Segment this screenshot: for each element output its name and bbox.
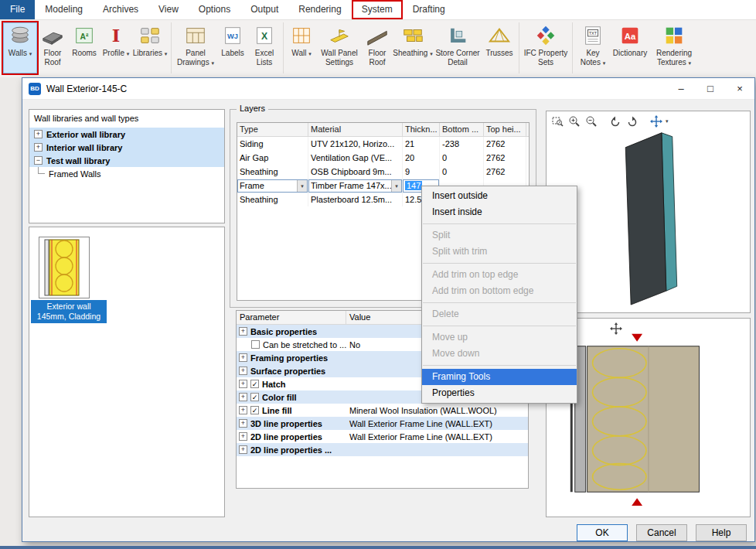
tree-item-interior-wall-library[interactable]: + Interior wall library xyxy=(29,141,224,154)
wall-type-thumbnail[interactable] xyxy=(39,237,90,298)
checkbox-checked[interactable]: ✓ xyxy=(250,380,259,388)
rotate-right-icon[interactable] xyxy=(625,114,639,128)
ribbon-floor-roof-2-button[interactable]: Floor Roof xyxy=(362,22,393,73)
ribbon-rooms-button[interactable]: A² Rooms xyxy=(68,22,100,73)
menu-item-properties[interactable]: Properties xyxy=(422,385,577,401)
minimize-button[interactable]: – xyxy=(666,78,696,99)
zoom-in-icon[interactable] xyxy=(567,114,581,128)
collapse-icon[interactable]: − xyxy=(34,156,43,165)
menu-tab-archives[interactable]: Archives xyxy=(93,0,148,19)
ribbon-wall-button[interactable]: Wall ▾ xyxy=(286,22,317,73)
combo-dropdown-button[interactable]: ▾ xyxy=(391,180,401,192)
layer-type-combobox[interactable]: Frame ▾ xyxy=(237,179,308,193)
ok-button[interactable]: OK xyxy=(577,524,628,541)
menu-item-insert-inside[interactable]: Insert inside xyxy=(422,204,577,220)
ribbon-button-label: IFC Property Sets xyxy=(522,49,570,66)
layer-row-siding[interactable]: Siding UTV 21x120, Horizo... 21 -238 276… xyxy=(237,137,529,151)
parameter-row-line-fill[interactable]: + ✓ Line fill Mineral Wool Insulation (W… xyxy=(237,404,528,417)
rooms-icon: A² xyxy=(73,24,96,47)
ribbon-wall-panel-settings-button[interactable]: Wall Panel Settings xyxy=(317,22,362,73)
expand-icon[interactable]: + xyxy=(239,419,247,428)
expand-icon[interactable]: + xyxy=(239,367,247,375)
expand-icon[interactable]: + xyxy=(34,143,43,152)
menu-tab-modeling[interactable]: Modeling xyxy=(35,0,93,19)
menu-item-insert-outside[interactable]: Insert outside xyxy=(422,188,577,204)
zoom-out-icon[interactable] xyxy=(584,114,598,128)
checkbox-checked[interactable]: ✓ xyxy=(250,393,259,401)
menu-tab-file[interactable]: File xyxy=(0,0,35,19)
cell-material: Timber Frame 147x... ▾ xyxy=(308,179,403,193)
expand-icon[interactable]: + xyxy=(239,327,247,336)
walls-icon xyxy=(9,24,32,47)
cancel-button[interactable]: Cancel xyxy=(636,524,687,541)
move-icon[interactable] xyxy=(608,321,623,336)
wall-properties-dialog: BD Wall Exterior-145-C – □ × Wall librar… xyxy=(22,77,755,542)
parameter-row-2d-line-properties[interactable]: + 2D line properties Wall Exterior Frame… xyxy=(237,430,528,443)
ribbon-profile-button[interactable]: I Profile ▾ xyxy=(100,22,131,73)
combo-dropdown-button[interactable]: ▾ xyxy=(297,180,307,192)
menu-tab-output[interactable]: Output xyxy=(240,0,288,19)
ribbon-floor-roof-button[interactable]: Floor Roof xyxy=(37,22,68,73)
expand-icon[interactable]: + xyxy=(34,130,43,138)
expand-icon[interactable]: + xyxy=(239,393,247,401)
wall-type-name-badge[interactable]: Exterior wall 145mm, Cladding xyxy=(31,300,107,323)
ribbon-labels-button[interactable]: WJ Labels xyxy=(217,22,248,73)
expand-icon[interactable]: + xyxy=(239,353,247,362)
menu-tab-drafting[interactable]: Drafting xyxy=(403,0,455,19)
svg-text:TXT: TXT xyxy=(589,31,598,36)
pan-dropdown-caret-icon[interactable]: ▾ xyxy=(666,118,669,124)
ribbon-rendering-textures-button[interactable]: Rendering Textures ▾ xyxy=(649,22,699,73)
help-button[interactable]: Help xyxy=(696,524,747,541)
ribbon-ifc-property-sets-button[interactable]: IFC Property Sets xyxy=(522,22,570,73)
ribbon-walls-button[interactable]: Walls ▾ xyxy=(3,22,37,73)
checkbox-unchecked[interactable] xyxy=(251,340,260,349)
menu-separator xyxy=(423,223,576,224)
expand-icon[interactable]: + xyxy=(239,445,247,454)
ribbon-separator xyxy=(572,22,573,73)
tree-item-framed-walls[interactable]: Framed Walls xyxy=(29,167,224,180)
layer-row-air-gap[interactable]: Air Gap Ventilation Gap (VE... 20 0 2762 xyxy=(237,151,529,165)
ribbon-button-label: Rendering Textures ▾ xyxy=(649,49,699,66)
checkbox-checked[interactable]: ✓ xyxy=(250,406,259,414)
tree-item-exterior-wall-library[interactable]: + Exterior wall library xyxy=(29,128,224,141)
expand-icon[interactable]: + xyxy=(239,432,247,441)
ribbon-key-notes-button[interactable]: TXT Key Notes ▾ xyxy=(575,22,611,73)
cell-bottom: -238 xyxy=(440,137,484,151)
menu-tab-rendering[interactable]: Rendering xyxy=(288,0,351,19)
tree-header: Wall libraries and wall types xyxy=(29,110,224,128)
ribbon-button-label: Walls ▾ xyxy=(9,49,32,58)
ribbon-button-label: Labels xyxy=(221,49,243,58)
ribbon-trusses-button[interactable]: Trusses xyxy=(482,22,516,73)
layer-material-combobox[interactable]: Timber Frame 147x... ▾ xyxy=(308,179,402,193)
pan-icon[interactable] xyxy=(649,114,663,128)
layer-row-sheathing-osb[interactable]: Sheathing OSB Chipboard 9m... 9 0 2762 xyxy=(237,165,529,179)
ribbon-button-label: Profile ▾ xyxy=(103,49,130,58)
ribbon-dictionary-button[interactable]: Aa Dictionary xyxy=(611,22,649,73)
ribbon-panel-drawings-button[interactable]: Panel Drawings ▾ xyxy=(174,22,217,73)
menu-item-framing-tools[interactable]: Framing Tools xyxy=(422,369,577,385)
close-button[interactable]: × xyxy=(725,78,754,99)
rotate-left-icon[interactable] xyxy=(608,114,622,128)
ribbon-button-label: Dictionary xyxy=(613,49,647,58)
ribbon-excel-lists-button[interactable]: X Excel Lists xyxy=(248,22,281,73)
tree-item-test-wall-library[interactable]: − Test wall library xyxy=(29,154,224,167)
zoom-window-icon[interactable] xyxy=(550,114,564,128)
dialog-title-bar[interactable]: BD Wall Exterior-145-C – □ × xyxy=(22,78,754,100)
svg-text:X: X xyxy=(261,31,268,42)
parameter-row-2d-line-properties-2[interactable]: + 2D line properties ... xyxy=(237,443,528,456)
menu-tab-system[interactable]: System xyxy=(352,0,403,19)
expand-icon[interactable]: + xyxy=(239,406,247,414)
parameter-row-3d-line-properties[interactable]: + 3D line properties Wall Exterior Frame… xyxy=(237,417,528,430)
ribbon-store-corner-detail-button[interactable]: Store Corner Detail xyxy=(433,22,482,73)
expand-icon[interactable]: + xyxy=(239,380,247,388)
svg-text:Aa: Aa xyxy=(625,32,636,41)
ribbon-button-label: Rooms xyxy=(72,49,97,58)
menu-separator xyxy=(423,365,576,366)
column-header-top: Top hei... xyxy=(484,123,526,136)
menu-tab-view[interactable]: View xyxy=(148,0,189,19)
ribbon-libraries-button[interactable]: Libraries ▾ xyxy=(131,22,169,73)
ribbon-sheathing-button[interactable]: Sheathing ▾ xyxy=(393,22,433,73)
panel-drawings-icon xyxy=(184,24,207,47)
menu-tab-options[interactable]: Options xyxy=(189,0,240,19)
maximize-button[interactable]: □ xyxy=(696,78,725,99)
